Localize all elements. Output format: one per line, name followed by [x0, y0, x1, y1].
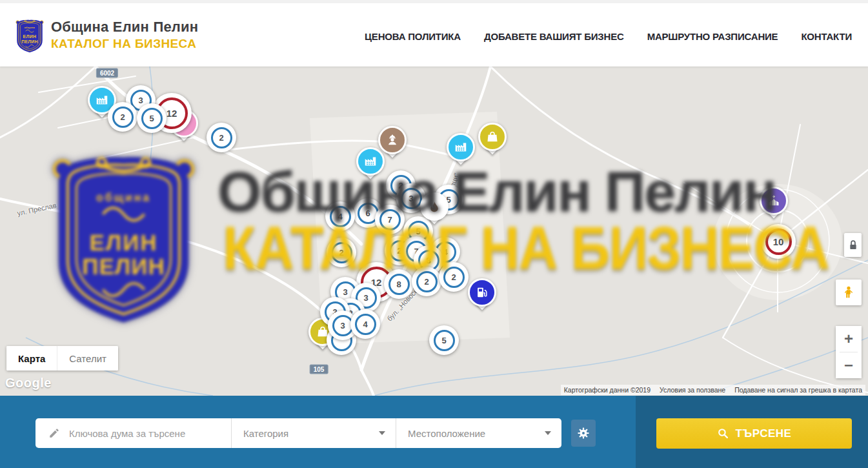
location-dropdown[interactable]: Местоположение: [396, 418, 561, 448]
main-nav: ЦЕНОВА ПОЛИТИКА ДОБАВЕТЕ ВАШИЯТ БИЗНЕС М…: [365, 3, 852, 70]
search-button[interactable]: ТЪРСЕНЕ: [656, 418, 852, 449]
site-subtitle: КАТАЛОГ НА БИЗНЕСА: [51, 37, 198, 51]
chevron-down-icon: [545, 431, 551, 435]
attribution-data: Картографски данни ©2019: [564, 386, 651, 394]
lock-button[interactable]: [844, 233, 862, 257]
search-bar: Категория Местоположение: [0, 396, 868, 468]
nav-item-route-schedule[interactable]: МАРШРУТНО РАЗПИСАНИЕ: [647, 31, 778, 42]
google-logo[interactable]: Google: [5, 376, 52, 391]
gear-icon: [577, 427, 590, 440]
category-dropdown[interactable]: Категория: [231, 418, 396, 448]
category-dropdown-label: Категория: [243, 428, 288, 439]
nav-item-add-business[interactable]: ДОБАВЕТЕ ВАШИЯТ БИЗНЕС: [484, 31, 624, 42]
map-type-satellite-button[interactable]: Сателит: [57, 346, 118, 371]
pegman-button[interactable]: [836, 280, 862, 305]
brand[interactable]: община ЕЛИН ПЕЛИН Община Елин Пелин КАТА…: [14, 14, 198, 56]
pencil-icon: [48, 427, 60, 439]
map-canvas[interactable]: 6002105ул. Преславбул. „Новоселцилци“ 12…: [0, 66, 868, 396]
chevron-down-icon: [379, 431, 385, 435]
emblem-line1-text: ЕЛИН: [23, 34, 37, 39]
map-type-control: Карта Сателит: [6, 346, 118, 371]
municipality-emblem-icon: община ЕЛИН ПЕЛИН: [14, 14, 45, 56]
lock-icon: [849, 239, 858, 250]
nav-item-contacts[interactable]: КОНТАКТИ: [801, 31, 852, 42]
advanced-settings-button[interactable]: [571, 420, 596, 447]
search-pill: Категория Местоположение: [35, 418, 561, 448]
search-keyword-input[interactable]: [68, 427, 231, 440]
zoom-out-button[interactable]: −: [836, 352, 862, 378]
zoom-control: + −: [836, 326, 862, 378]
search-button-label: ТЪРСЕНЕ: [736, 427, 792, 440]
zoom-in-button[interactable]: +: [836, 326, 862, 352]
page: община ЕЛИН ПЕЛИН Община Елин Пелин КАТА…: [0, 0, 868, 468]
attribution-report-link[interactable]: Подаване на сигнал за грешка в картата: [734, 386, 862, 394]
emblem-line2-text: ПЕЛИН: [21, 39, 37, 44]
nav-item-pricing[interactable]: ЦЕНОВА ПОЛИТИКА: [365, 31, 461, 42]
search-icon: [717, 427, 729, 440]
pegman-icon: [842, 285, 856, 300]
location-dropdown-label: Местоположение: [408, 428, 485, 439]
map-type-map-button[interactable]: Карта: [6, 346, 57, 371]
map-controls: Карта Сателит Google Картографски данни …: [0, 66, 868, 396]
keyword-field: [35, 418, 231, 448]
site-title: Община Елин Пелин: [51, 19, 198, 36]
attribution-terms-link[interactable]: Условия за ползване: [660, 386, 725, 394]
header: община ЕЛИН ПЕЛИН Община Елин Пелин КАТА…: [0, 0, 868, 66]
map-attribution: Картографски данни ©2019 Условия за полз…: [561, 385, 865, 395]
emblem-top-text: община: [25, 26, 35, 29]
